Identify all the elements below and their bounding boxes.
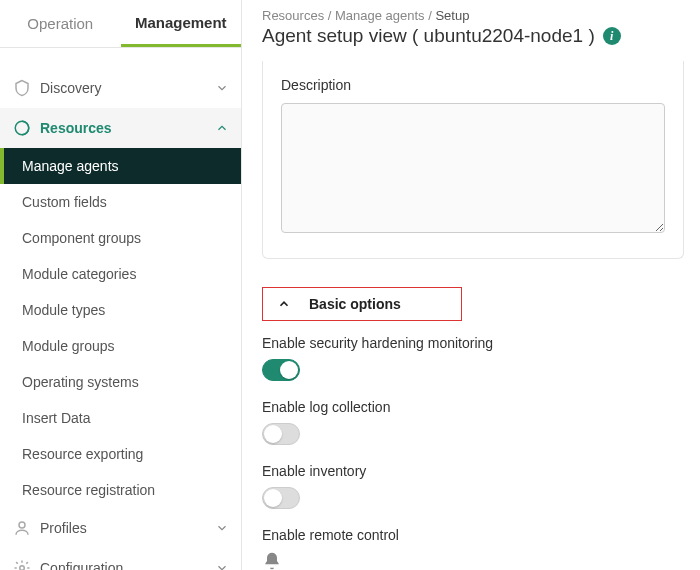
resources-submenu: Manage agents Custom fields Component gr… (0, 148, 241, 508)
chevron-down-icon (215, 561, 229, 570)
toggle-security[interactable] (262, 359, 300, 381)
description-card: Description (262, 61, 684, 259)
nav-discovery[interactable]: Discovery (0, 68, 241, 108)
option-inventory: Enable inventory (262, 463, 684, 509)
chevron-up-icon (215, 121, 229, 135)
gear-icon (12, 558, 32, 570)
sub-manage-agents[interactable]: Manage agents (0, 148, 241, 184)
chevron-up-icon (277, 297, 291, 311)
bell-icon[interactable] (262, 551, 684, 570)
chevron-down-icon (215, 521, 229, 535)
nav-label: Discovery (40, 80, 215, 96)
option-label: Enable security hardening monitoring (262, 335, 684, 351)
top-tabs: Operation Management (0, 0, 241, 48)
info-icon[interactable]: i (603, 27, 621, 45)
option-label: Enable log collection (262, 399, 684, 415)
option-security: Enable security hardening monitoring (262, 335, 684, 381)
sub-module-types[interactable]: Module types (0, 292, 241, 328)
description-textarea[interactable] (281, 103, 665, 233)
tab-management[interactable]: Management (121, 0, 242, 47)
basic-options-header[interactable]: Basic options (262, 287, 462, 321)
tab-operation[interactable]: Operation (0, 0, 121, 47)
page-title-row: Agent setup view ( ubuntu2204-node1 ) i (262, 25, 684, 47)
nav-profiles[interactable]: Profiles (0, 508, 241, 548)
breadcrumb: Resources / Manage agents / Setup (262, 8, 684, 23)
description-label: Description (281, 77, 665, 93)
sub-component-groups[interactable]: Component groups (0, 220, 241, 256)
svg-point-1 (19, 522, 25, 528)
breadcrumb-part[interactable]: Manage agents (335, 8, 425, 23)
nav-resources[interactable]: Resources (0, 108, 241, 148)
sub-module-categories[interactable]: Module categories (0, 256, 241, 292)
nav-label: Profiles (40, 520, 215, 536)
nav-label: Configuration (40, 560, 215, 570)
sub-operating-systems[interactable]: Operating systems (0, 364, 241, 400)
sub-resource-exporting[interactable]: Resource exporting (0, 436, 241, 472)
main-content: Resources / Manage agents / Setup Agent … (242, 0, 700, 570)
accordion-title: Basic options (309, 296, 401, 312)
option-log: Enable log collection (262, 399, 684, 445)
option-label: Enable inventory (262, 463, 684, 479)
sub-insert-data[interactable]: Insert Data (0, 400, 241, 436)
svg-point-2 (20, 566, 25, 570)
option-remote: Enable remote control (262, 527, 684, 570)
discovery-icon (12, 78, 32, 98)
nav-label: Resources (40, 120, 215, 136)
profiles-icon (12, 518, 32, 538)
breadcrumb-current: Setup (435, 8, 469, 23)
option-label: Enable remote control (262, 527, 684, 543)
breadcrumb-part[interactable]: Resources (262, 8, 324, 23)
chevron-down-icon (215, 81, 229, 95)
toggle-log[interactable] (262, 423, 300, 445)
nav-configuration[interactable]: Configuration (0, 548, 241, 570)
sub-resource-registration[interactable]: Resource registration (0, 472, 241, 508)
sidebar-nav: Discovery Resources Manage agents Custom… (0, 48, 241, 570)
page-title: Agent setup view ( ubuntu2204-node1 ) (262, 25, 595, 47)
sub-module-groups[interactable]: Module groups (0, 328, 241, 364)
sub-custom-fields[interactable]: Custom fields (0, 184, 241, 220)
sidebar: Operation Management Discovery Resources (0, 0, 242, 570)
toggle-inventory[interactable] (262, 487, 300, 509)
resources-icon (12, 118, 32, 138)
